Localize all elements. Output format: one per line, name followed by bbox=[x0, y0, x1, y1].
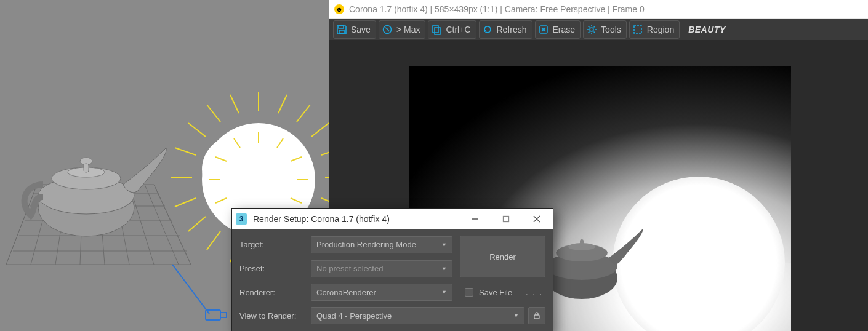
render-setup-title: Render Setup: Corona 1.7 (hotfix 4) bbox=[253, 214, 457, 224]
view-select[interactable]: Quad 4 - Perspective ▼ bbox=[311, 307, 524, 324]
frame-buffer-title: Corona 1.7 (hotfix 4) | 585×439px (1:1) … bbox=[349, 4, 645, 14]
svg-rect-81 bbox=[580, 239, 584, 247]
lock-icon bbox=[532, 311, 541, 320]
svg-rect-59 bbox=[433, 26, 438, 33]
svg-rect-73 bbox=[634, 26, 641, 33]
erase-label: Erase bbox=[553, 25, 576, 34]
render-setup-titlebar[interactable]: 3 Render Setup: Corona 1.7 (hotfix 4) bbox=[232, 209, 553, 229]
svg-point-64 bbox=[590, 28, 593, 31]
chevron-down-icon: ▼ bbox=[441, 242, 447, 248]
erase-icon bbox=[538, 24, 549, 35]
save-file-browse-button[interactable]: . . . bbox=[526, 288, 545, 297]
erase-button[interactable]: Erase bbox=[535, 20, 581, 39]
svg-rect-20 bbox=[84, 164, 89, 172]
frame-buffer-toolbar: Save > Max Ctrl+C Refresh bbox=[329, 19, 868, 40]
view-lock-button[interactable] bbox=[528, 307, 545, 324]
chevron-down-icon: ▼ bbox=[513, 313, 519, 319]
tools-label: Tools bbox=[601, 25, 621, 34]
to-max-button[interactable]: > Max bbox=[379, 20, 426, 39]
preset-select[interactable]: No preset selected ▼ bbox=[311, 260, 452, 277]
save-file-row: Save File . . . bbox=[456, 286, 545, 298]
svg-line-72 bbox=[589, 32, 590, 33]
region-icon bbox=[632, 24, 643, 35]
render-button-label: Render bbox=[489, 252, 516, 261]
renderer-select[interactable]: CoronaRenderer ▼ bbox=[311, 284, 452, 301]
svg-line-70 bbox=[594, 32, 595, 33]
svg-point-25 bbox=[202, 132, 288, 206]
chevron-down-icon: ▼ bbox=[441, 266, 447, 272]
refresh-button[interactable]: Refresh bbox=[479, 20, 532, 39]
smiley-icon: ☻ bbox=[334, 4, 344, 14]
save-file-label: Save File bbox=[479, 288, 512, 297]
gear-icon bbox=[586, 24, 597, 35]
svg-rect-86 bbox=[534, 315, 539, 319]
copy-label: Ctrl+C bbox=[446, 25, 470, 34]
minimize-button[interactable] bbox=[463, 210, 488, 228]
chevron-down-icon: ▼ bbox=[441, 289, 447, 295]
view-value: Quad 4 - Perspective bbox=[316, 311, 392, 321]
view-label: View to Render: bbox=[239, 311, 307, 321]
region-label: Region bbox=[647, 25, 674, 34]
save-file-checkbox[interactable] bbox=[465, 288, 473, 297]
svg-line-69 bbox=[589, 26, 590, 28]
target-label: Target: bbox=[239, 240, 307, 249]
maximize-button[interactable] bbox=[494, 210, 518, 228]
save-icon bbox=[336, 24, 347, 35]
svg-rect-60 bbox=[435, 28, 440, 34]
render-button[interactable]: Render bbox=[460, 236, 545, 277]
svg-rect-83 bbox=[504, 217, 509, 222]
copy-icon bbox=[431, 24, 442, 35]
renderer-value: CoronaRenderer bbox=[316, 288, 376, 297]
svg-line-71 bbox=[594, 26, 595, 28]
max-label: > Max bbox=[396, 25, 420, 34]
target-select[interactable]: Production Rendering Mode ▼ bbox=[311, 236, 452, 253]
workspace: ☻ Corona 1.7 (hotfix 4) | 585×439px (1:1… bbox=[0, 0, 868, 331]
render-setup-dialog[interactable]: 3 Render Setup: Corona 1.7 (hotfix 4) Ta… bbox=[231, 208, 553, 331]
preset-label: Preset: bbox=[239, 264, 307, 273]
save-button[interactable]: Save bbox=[333, 20, 376, 39]
refresh-icon bbox=[482, 24, 493, 35]
save-label: Save bbox=[351, 25, 371, 34]
close-button[interactable] bbox=[524, 210, 549, 228]
render-setup-body: Target: Production Rendering Mode ▼ Rend… bbox=[232, 229, 553, 331]
refresh-label: Refresh bbox=[497, 25, 527, 34]
max-icon bbox=[382, 24, 393, 35]
copy-button[interactable]: Ctrl+C bbox=[428, 20, 476, 39]
tools-button[interactable]: Tools bbox=[583, 20, 627, 39]
preset-value: No preset selected bbox=[316, 264, 383, 273]
app-3dsmax-icon: 3 bbox=[236, 213, 247, 225]
render-pass-label[interactable]: BEAUTY bbox=[682, 25, 732, 34]
frame-buffer-titlebar[interactable]: ☻ Corona 1.7 (hotfix 4) | 585×439px (1:1… bbox=[329, 0, 868, 19]
target-value: Production Rendering Mode bbox=[316, 240, 416, 249]
renderer-label: Renderer: bbox=[239, 288, 307, 297]
region-button[interactable]: Region bbox=[629, 20, 680, 39]
